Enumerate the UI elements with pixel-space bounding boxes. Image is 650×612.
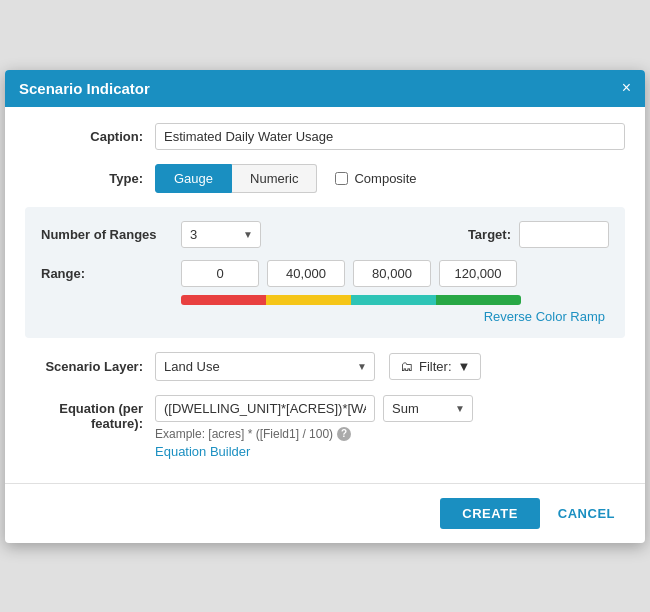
scenario-indicator-dialog: Scenario Indicator × Caption: Type: Gaug… bbox=[5, 70, 645, 543]
type-label: Type: bbox=[25, 171, 155, 186]
range-input-1[interactable] bbox=[267, 260, 345, 287]
close-button[interactable]: × bbox=[622, 80, 631, 96]
dialog-title: Scenario Indicator bbox=[19, 80, 150, 97]
color-segment-green bbox=[436, 295, 521, 305]
composite-label: Composite bbox=[354, 171, 416, 186]
caption-row: Caption: bbox=[25, 123, 625, 150]
target-input[interactable] bbox=[519, 221, 609, 248]
number-ranges-select-wrapper: 3 4 5 ▼ bbox=[181, 221, 261, 248]
range-input-3[interactable] bbox=[439, 260, 517, 287]
equation-label: Equation (per feature): bbox=[25, 395, 155, 431]
dialog-body: Caption: Type: Gauge Numeric Composite N… bbox=[5, 107, 645, 483]
dialog-footer: CREATE CANCEL bbox=[5, 483, 645, 543]
composite-checkbox[interactable] bbox=[335, 172, 348, 185]
number-ranges-select[interactable]: 3 4 5 bbox=[181, 221, 261, 248]
reverse-link-row: Reverse Color Ramp bbox=[41, 309, 609, 324]
number-ranges-row: Number of Ranges 3 4 5 ▼ Target: bbox=[41, 221, 609, 248]
color-segment-red bbox=[181, 295, 266, 305]
range-input-0[interactable] bbox=[181, 260, 259, 287]
color-segment-yellow bbox=[266, 295, 351, 305]
scenario-layer-label: Scenario Layer: bbox=[25, 359, 155, 374]
type-button-group: Gauge Numeric bbox=[155, 164, 317, 193]
filter-stack-icon: 🗂 bbox=[400, 359, 413, 374]
create-button[interactable]: CREATE bbox=[440, 498, 539, 529]
target-group: Target: bbox=[468, 221, 609, 248]
range-input-2[interactable] bbox=[353, 260, 431, 287]
composite-group: Composite bbox=[335, 171, 416, 186]
range-inputs-row: Range: bbox=[41, 260, 609, 287]
target-label: Target: bbox=[468, 227, 511, 242]
color-bar bbox=[181, 295, 521, 305]
example-text-content: Example: [acres] * ([Field1] / 100) bbox=[155, 427, 333, 441]
scenario-layer-row: Scenario Layer: Land Use ▼ 🗂 Filter: ▼ bbox=[25, 352, 625, 381]
range-inputs-group bbox=[181, 260, 517, 287]
color-segment-teal bbox=[351, 295, 436, 305]
range-label: Range: bbox=[41, 266, 181, 281]
equation-input-row: Sum Average Count ▼ bbox=[155, 395, 625, 422]
example-text-row: Example: [acres] * ([Field1] / 100) ? bbox=[155, 427, 625, 441]
filter-arrow-icon: ▼ bbox=[458, 359, 471, 374]
equation-right: Sum Average Count ▼ Example: [acres] * (… bbox=[155, 395, 625, 459]
scenario-layer-select[interactable]: Land Use bbox=[155, 352, 375, 381]
scenario-layer-select-wrapper: Land Use ▼ bbox=[155, 352, 375, 381]
caption-label: Caption: bbox=[25, 129, 155, 144]
equation-row: Equation (per feature): Sum Average Coun… bbox=[25, 395, 625, 459]
equation-builder-link[interactable]: Equation Builder bbox=[155, 444, 625, 459]
gauge-button[interactable]: Gauge bbox=[155, 164, 232, 193]
reverse-color-ramp-link[interactable]: Reverse Color Ramp bbox=[484, 309, 605, 324]
ranges-section: Number of Ranges 3 4 5 ▼ Target: Range: bbox=[25, 207, 625, 338]
cancel-button[interactable]: CANCEL bbox=[548, 498, 625, 529]
sum-select-wrapper: Sum Average Count ▼ bbox=[383, 395, 473, 422]
dialog-header: Scenario Indicator × bbox=[5, 70, 645, 107]
numeric-button[interactable]: Numeric bbox=[232, 164, 317, 193]
color-bar-row bbox=[181, 295, 609, 305]
help-icon[interactable]: ? bbox=[337, 427, 351, 441]
number-ranges-label: Number of Ranges bbox=[41, 227, 181, 242]
caption-input[interactable] bbox=[155, 123, 625, 150]
type-row: Type: Gauge Numeric Composite bbox=[25, 164, 625, 193]
sum-select[interactable]: Sum Average Count bbox=[383, 395, 473, 422]
equation-input[interactable] bbox=[155, 395, 375, 422]
filter-button[interactable]: 🗂 Filter: ▼ bbox=[389, 353, 481, 380]
filter-label: Filter: bbox=[419, 359, 452, 374]
